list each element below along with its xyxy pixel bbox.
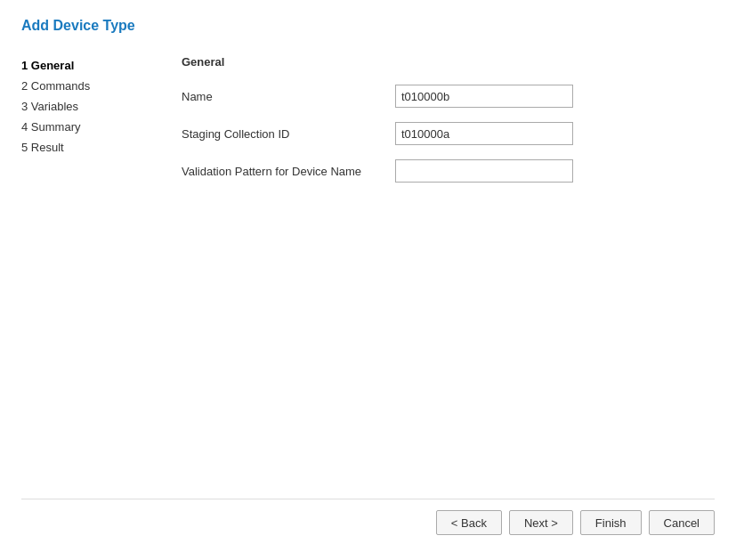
next-button[interactable]: Next > [509,510,573,535]
staging-collection-id-label: Staging Collection ID [182,127,395,141]
name-input[interactable] [395,85,573,108]
section-title: General [182,55,715,69]
staging-collection-id-row: Staging Collection ID [182,122,715,145]
back-button[interactable]: < Back [436,510,502,535]
sidebar-item-general[interactable]: 1 General [21,55,164,76]
footer: < Back Next > Finish Cancel [21,499,715,542]
validation-pattern-input[interactable] [395,159,573,183]
page-container: Add Device Type 1 General 2 Commands 3 V… [0,0,736,560]
page-title: Add Device Type [21,18,715,34]
validation-pattern-row: Validation Pattern for Device Name [182,159,715,183]
sidebar-item-variables[interactable]: 3 Variables [21,96,164,117]
name-row: Name [182,85,715,108]
main-content: General Name Staging Collection ID Valid… [164,55,715,499]
sidebar-item-result[interactable]: 5 Result [21,137,164,158]
staging-collection-id-input[interactable] [395,122,573,145]
validation-pattern-label: Validation Pattern for Device Name [182,165,395,178]
sidebar: 1 General 2 Commands 3 Variables 4 Summa… [21,55,164,499]
content-area: 1 General 2 Commands 3 Variables 4 Summa… [21,55,715,499]
name-label: Name [182,90,395,103]
cancel-button[interactable]: Cancel [649,510,715,535]
sidebar-item-summary[interactable]: 4 Summary [21,117,164,137]
finish-button[interactable]: Finish [580,510,642,535]
sidebar-item-commands[interactable]: 2 Commands [21,76,164,96]
